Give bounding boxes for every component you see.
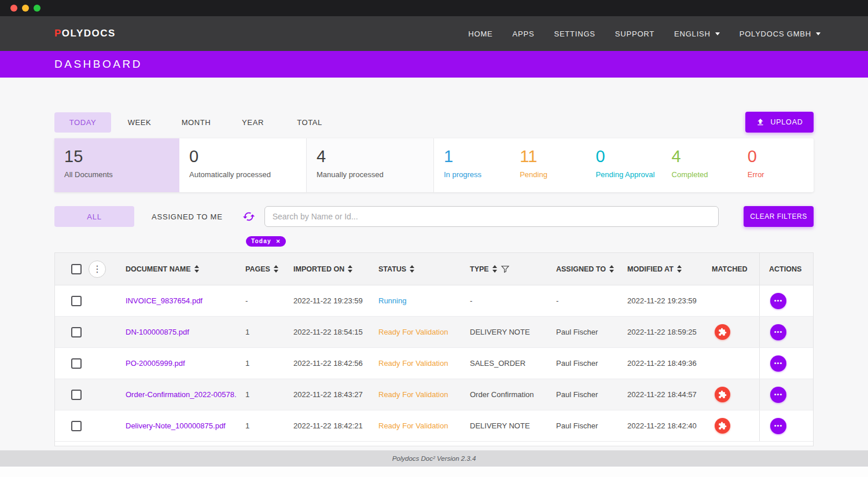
sort-icon[interactable] <box>677 265 682 273</box>
chip-close-icon[interactable]: ✕ <box>276 238 281 244</box>
zoom-window-button[interactable] <box>34 5 41 12</box>
document-name-link[interactable]: Order-Confirmation_2022-00578. <box>126 390 237 399</box>
row-actions-button[interactable]: ••• <box>770 418 786 434</box>
column-header-document-name[interactable]: DOCUMENT NAME <box>126 265 245 273</box>
document-name-link[interactable]: INVOICE_9837654.pdf <box>126 296 203 305</box>
stat-card-automatically-processed[interactable]: 0 Automatically processed <box>179 138 307 192</box>
status-cell: Ready For Validation <box>378 390 470 399</box>
row-checkbox[interactable] <box>71 421 82 431</box>
tab-year[interactable]: YEAR <box>225 112 281 133</box>
pages-cell: 1 <box>245 390 293 399</box>
table-row[interactable]: DN-100000875.pdf 1 2022-11-22 18:54:15 R… <box>55 317 813 348</box>
row-actions-button[interactable]: ••• <box>770 387 786 403</box>
column-header-status[interactable]: STATUS <box>378 265 470 273</box>
row-actions-button[interactable]: ••• <box>770 293 786 309</box>
upload-button[interactable]: UPLOAD <box>745 112 814 133</box>
assigned-to-cell: Paul Fischer <box>556 421 627 430</box>
modified-at-cell: 2022-11-22 19:23:59 <box>627 296 712 305</box>
stat-card-manually-processed[interactable]: 4 Manually processed <box>307 138 434 192</box>
close-window-button[interactable] <box>10 5 17 12</box>
sort-icon[interactable] <box>410 265 414 273</box>
column-header-assigned-to[interactable]: ASSIGNED TO <box>556 265 627 273</box>
stat-value: 0 <box>595 148 661 166</box>
select-all-checkbox[interactable] <box>71 264 82 274</box>
stat-card-pending-approval[interactable]: 0 Pending Approval <box>586 138 661 192</box>
stat-card-error[interactable]: 0 Error <box>738 138 814 192</box>
stat-label: Pending <box>520 170 586 179</box>
logo-mark: P <box>54 28 62 39</box>
kebab-menu-button[interactable]: ⋮ <box>89 260 106 278</box>
page-title-bar: DASHBOARD <box>0 51 868 78</box>
stat-label: Completed <box>672 170 738 179</box>
nav-settings[interactable]: SETTINGS <box>554 30 595 38</box>
column-header-type[interactable]: TYPE <box>470 265 556 274</box>
pages-cell: 1 <box>245 328 293 336</box>
documents-table: ⋮ DOCUMENT NAME PAGES IMPORTED ON STATUS… <box>54 252 814 446</box>
minimize-window-button[interactable] <box>22 5 29 12</box>
stat-value: 0 <box>748 148 814 166</box>
today-filter-chip[interactable]: Today ✕ <box>246 236 286 247</box>
modified-at-cell: 2022-11-22 18:42:40 <box>627 421 712 430</box>
table-row[interactable]: PO-20005999.pdf 1 2022-11-22 18:42:56 Re… <box>55 348 813 379</box>
tab-total[interactable]: TOTAL <box>281 112 338 133</box>
sort-icon[interactable] <box>274 265 278 273</box>
nav-apps[interactable]: APPS <box>513 30 535 38</box>
document-name-link[interactable]: PO-20005999.pdf <box>126 359 185 368</box>
table-row[interactable]: INVOICE_9837654.pdf - 2022-11-22 19:23:5… <box>55 285 813 317</box>
refresh-icon[interactable] <box>242 210 255 223</box>
nav-support[interactable]: SUPPORT <box>615 30 654 38</box>
sort-icon[interactable] <box>492 265 497 273</box>
column-header-pages[interactable]: PAGES <box>245 265 293 273</box>
tab-month[interactable]: MONTH <box>168 112 225 133</box>
tab-today[interactable]: TODAY <box>54 112 111 133</box>
stat-card-all-documents[interactable]: 15 All Documents <box>54 138 179 192</box>
stat-card-completed[interactable]: 4 Completed <box>662 138 738 192</box>
row-actions-button[interactable]: ••• <box>770 324 786 340</box>
bottom-strip <box>0 467 868 477</box>
stat-card-pending[interactable]: 11 Pending <box>510 138 586 192</box>
table-row[interactable]: Order-Confirmation_2022-00578. 1 2022-11… <box>55 379 813 410</box>
matched-puzzle-icon <box>715 324 730 340</box>
table-row[interactable]: Delivery-Note_100000875.pdf 1 2022-11-22… <box>55 410 813 442</box>
account-dropdown[interactable]: POLYDOCS GMBH <box>740 30 821 38</box>
sort-icon[interactable] <box>609 265 614 273</box>
column-header-imported-on[interactable]: IMPORTED ON <box>293 265 378 273</box>
imported-on-cell: 2022-11-22 18:54:15 <box>293 328 378 336</box>
table-header-row: ⋮ DOCUMENT NAME PAGES IMPORTED ON STATUS… <box>55 253 813 285</box>
stats-bar: 15 All Documents 0 Automatically process… <box>54 138 814 192</box>
stat-value: 11 <box>520 148 586 166</box>
pages-cell: - <box>245 296 293 305</box>
type-cell: DELIVERY NOTE <box>470 421 556 430</box>
page-title: DASHBOARD <box>54 58 142 71</box>
column-header-modified-at[interactable]: MODIFIED AT <box>627 265 712 273</box>
sort-icon[interactable] <box>194 265 199 273</box>
row-checkbox[interactable] <box>71 358 82 369</box>
clear-filters-button[interactable]: CLEAR FILTERS <box>744 206 814 227</box>
chevron-down-icon <box>715 32 720 35</box>
document-name-link[interactable]: Delivery-Note_100000875.pdf <box>126 421 226 430</box>
row-checkbox[interactable] <box>71 327 82 337</box>
app-logo[interactable]: POLYDOCS <box>54 28 116 39</box>
language-dropdown[interactable]: ENGLISH <box>674 30 720 38</box>
dashboard-content: TODAY WEEK MONTH YEAR TOTAL UPLOAD 15 Al… <box>0 78 868 450</box>
modified-at-cell: 2022-11-22 18:59:25 <box>627 328 712 336</box>
partial-next-row <box>55 442 813 446</box>
filter-funnel-icon[interactable] <box>501 265 510 274</box>
filter-all-button[interactable]: ALL <box>54 206 134 227</box>
assigned-to-cell: Paul Fischer <box>556 359 627 368</box>
row-checkbox[interactable] <box>71 390 82 400</box>
row-checkbox[interactable] <box>71 296 82 306</box>
stat-value: 1 <box>444 148 510 166</box>
search-input[interactable] <box>264 206 719 227</box>
tab-week[interactable]: WEEK <box>111 112 168 133</box>
imported-on-cell: 2022-11-22 18:43:27 <box>293 390 378 399</box>
stat-card-in-progress[interactable]: 1 In progress <box>434 138 510 192</box>
filter-assigned-to-me-button[interactable]: ASSIGNED TO ME <box>146 206 229 227</box>
column-header-actions: ACTIONS <box>759 253 813 285</box>
sort-icon[interactable] <box>348 265 352 273</box>
row-actions-button[interactable]: ••• <box>770 355 786 372</box>
nav-home[interactable]: HOME <box>468 30 492 38</box>
assigned-to-cell: Paul Fischer <box>556 328 627 336</box>
type-cell: - <box>470 296 556 305</box>
document-name-link[interactable]: DN-100000875.pdf <box>126 328 189 336</box>
